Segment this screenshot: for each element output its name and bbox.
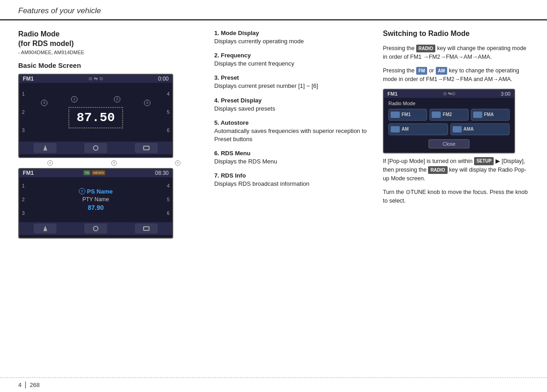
circle2-label: 2 [114,96,120,102]
feature-2: 2. Frequency Displays the current freque… [214,52,374,68]
btn1-icon [42,145,48,151]
popup-btn-am[interactable]: AM [388,123,448,135]
popup-btn-ama[interactable]: AMA [450,123,510,135]
feature-5: 5. Autostore Automatically saves frequen… [214,119,374,143]
popup-fma-icon [473,112,482,118]
screen1-right-presets: 4 5 6 [159,83,172,142]
feature-5-desc: Automatically saves frequencies with sup… [214,127,374,143]
screen1-labels: 4 5 6 [18,160,210,166]
popup-btn-fm2[interactable]: FM2 [429,109,468,121]
radio-badge-2: RADIO [428,166,447,174]
popup-ama-icon [453,126,462,132]
s2-btn3-icon [143,226,150,231]
screen1-btn1[interactable] [34,143,57,153]
popup-mode-label: Radio Mode [388,101,510,106]
screen-container: FM1 ⊙ ⇆ ⊙ 0:00 1 2 3 [18,74,210,239]
frequency-display: 87.50 [68,107,123,128]
popup-close-button[interactable]: Close [428,139,470,148]
footer-section-number: 4 [18,382,26,388]
popup-ama-label: AMA [464,127,474,132]
popup-body: Radio Mode FM1 FM2 FMA [384,98,514,153]
radio-mode-title: Radio Mode (for RDS model) [18,30,210,49]
popup-grid-3col: FM1 FM2 FMA [388,109,510,121]
screen2-fm-label: FM1 [23,170,34,176]
feature-2-title: 2. Frequency [214,52,374,59]
feature-6-desc: Displays the RDS Menu [214,158,374,166]
feature-7-desc: Displays RDS broadcast information [214,180,374,188]
screen2-btn2[interactable] [84,224,107,234]
popup-screen: FM1 ⊙ ⇆⊙ 3:00 Radio Mode FM1 FM2 [383,89,515,153]
feature-4-title: 4. Preset Display [214,97,374,104]
screen1-main: 1 2 3 1 2 3 87.50 3 [19,83,172,142]
feature-7-title: 7. RDS Info [214,172,374,179]
feature-3-title: 3. Preset [214,74,374,81]
popup-fm2-label: FM2 [443,112,452,117]
ta-badge: TA [83,170,91,175]
popup-fm1-label: FM1 [402,112,411,117]
preset-6: 6 [161,127,170,133]
screen2-main: 1 2 3 7 PS Name PTY Name 87.90 4 [19,177,172,222]
switch-para4: Turn the ⊙TUNE knob to move the focus. P… [383,188,529,206]
page-footer: 4 268 [0,377,547,392]
label-circle4: 4 [36,160,64,166]
para2-middle: or [429,67,434,74]
circle7-label: 7 [79,188,85,194]
popup-fm2-icon [432,112,441,118]
popup-fma-label: FMA [484,112,494,117]
btn3-icon [143,146,150,150]
screen1-left-presets: 1 2 3 [19,83,33,142]
am-badge: AM [436,67,448,75]
screen1-icons: ⊙ ⇆ ⊙ [88,76,103,81]
screen1: FM1 ⊙ ⇆ ⊙ 0:00 1 2 3 [18,74,173,158]
left-column: Radio Mode (for RDS model) - AM904DMEE, … [18,30,210,242]
preset-3: 3 [22,127,30,133]
basic-mode-title: Basic Mode Screen [18,61,210,69]
feature-3-desc: Displays current preset number [1] ~ [6] [214,82,374,90]
circle3-left: 3 [41,100,47,106]
feature-3: 3. Preset Displays current preset number… [214,74,374,90]
popup-am-label: AM [402,127,409,132]
feature-1-title: 1. Mode Display [214,30,374,36]
popup-btn-fm1[interactable]: FM1 [388,109,427,121]
popup-btn-fma[interactable]: FMA [471,109,510,121]
screen2-btn1[interactable] [34,224,57,234]
pty-name-display: PTY Name [83,196,109,203]
ps-name-display: 7 PS Name [79,188,113,195]
screen2-tags: TA NEWS [83,170,106,175]
screen2-btn3[interactable] [135,224,158,234]
setup-badge: SETUP [474,157,494,165]
para3-arrow: ▶ [495,158,500,164]
feature-2-desc: Displays the current frequency [214,60,374,68]
feature-1: 1. Mode Display Displays currently opera… [214,30,374,46]
label-circle5: 5 [100,160,128,166]
radio-badge-1: RADIO [416,45,435,53]
screen2-left-presets: 1 2 3 [19,177,33,222]
para2-before: Pressing the [383,67,414,74]
screen1-icon2: ⇆ [94,76,98,81]
fm-badge: FM [416,67,427,75]
screen1-btn2[interactable] [84,143,107,153]
screen2-topbar: FM1 TA NEWS 08:30 [19,169,172,177]
para1-before: Pressing the [383,45,414,51]
screen1-btn3[interactable] [135,143,158,153]
switch-para2: Pressing the FM or AM key to change the … [383,66,529,84]
header-title: Features of your vehicle [18,6,101,15]
s2-btn1-icon [42,226,48,231]
switch-para3: If [Pop-up Mode] is turned on within SET… [383,157,529,183]
popup-icons: ⊙ ⇆⊙ [443,91,455,96]
screen1-fm-label: FM1 [23,76,34,82]
screen1-topbar: FM1 ⊙ ⇆ ⊙ 0:00 [19,75,172,83]
s2-preset-1: 1 [22,183,30,188]
screen1-time: 0:00 [158,76,169,82]
label-circle6: 6 [164,160,191,166]
btn2-icon [93,145,98,151]
preset-5: 5 [161,109,170,115]
popup-icon1: ⊙ [443,91,447,96]
circle3-right: 3 [144,100,150,106]
popup-am-icon [391,126,400,132]
right-column: Switching to Radio Mode Pressing the RAD… [374,30,529,242]
screen2-right-presets: 4 5 6 [159,177,172,222]
screen1-icon1: ⊙ [88,76,92,81]
feature-4-desc: Displays saved presets [214,105,374,113]
feature-1-desc: Displays currently operating mode [214,37,374,46]
